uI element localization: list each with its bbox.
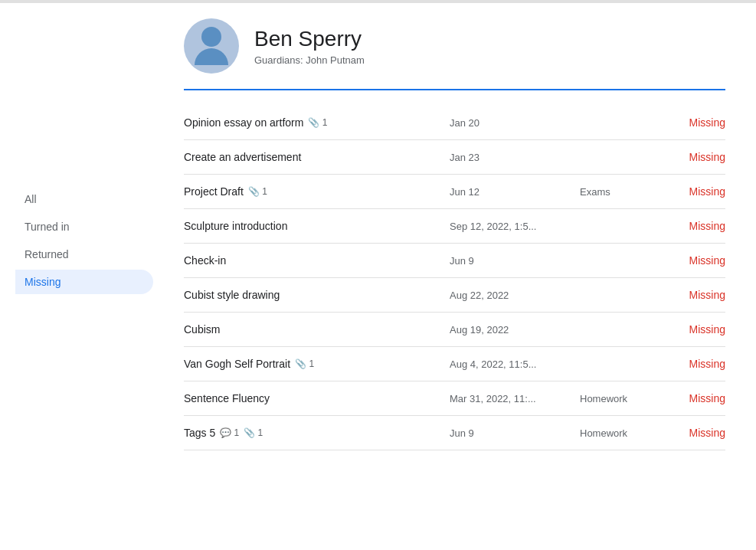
- main-layout: AllTurned inReturnedMissing Ben Sperry G…: [0, 3, 756, 450]
- attachment-icon: 📎 1: [308, 117, 327, 128]
- sidebar-item-turned-in[interactable]: Turned in: [15, 214, 153, 239]
- assignment-title: Tags 5💬 1📎 1: [184, 427, 442, 439]
- sidebar-item-returned[interactable]: Returned: [15, 242, 153, 267]
- assignment-status: Missing: [664, 289, 725, 301]
- comment-icon: 💬 1: [220, 427, 239, 438]
- profile-name: Ben Sperry: [254, 27, 365, 51]
- assignment-status: Missing: [664, 392, 725, 404]
- assignment-status: Missing: [664, 151, 725, 163]
- assignment-status: Missing: [664, 220, 725, 232]
- table-row[interactable]: Sculpture introductionSep 12, 2022, 1:5.…: [184, 209, 725, 244]
- table-row[interactable]: Cubist style drawingAug 22, 2022Missing: [184, 278, 725, 313]
- assignment-status: Missing: [664, 358, 725, 370]
- attachment-icon: 📎 1: [295, 358, 314, 369]
- assignments-table: Opinion essay on artform📎 1Jan 20Missing…: [184, 106, 725, 450]
- assignment-title: Opinion essay on artform📎 1: [184, 116, 442, 129]
- attachment-icon: 📎 1: [248, 186, 267, 197]
- assignment-date: Jan 23: [450, 152, 572, 163]
- sidebar-item-all[interactable]: All: [15, 187, 153, 211]
- assignment-status: Missing: [664, 185, 725, 198]
- table-row[interactable]: Sentence FluencyMar 31, 2022, 11:...Home…: [184, 381, 725, 416]
- avatar-body: [195, 48, 228, 65]
- assignment-date: Jun 9: [450, 255, 572, 267]
- table-row[interactable]: Project Draft📎 1Jun 12ExamsMissing: [184, 175, 725, 209]
- assignment-date: Aug 22, 2022: [450, 290, 572, 301]
- assignment-status: Missing: [664, 254, 725, 267]
- assignment-date: Aug 19, 2022: [450, 324, 572, 336]
- profile-guardian: Guardians: John Putnam: [254, 54, 365, 66]
- table-row[interactable]: Check-inJun 9Missing: [184, 244, 725, 278]
- table-row[interactable]: Tags 5💬 1📎 1Jun 9HomeworkMissing: [184, 416, 725, 450]
- table-row[interactable]: Van Gogh Self Portrait📎 1Aug 4, 2022, 11…: [184, 347, 725, 381]
- assignment-status: Missing: [664, 116, 725, 129]
- assignment-date: Jun 9: [450, 427, 572, 439]
- sidebar-item-missing[interactable]: Missing: [15, 270, 153, 294]
- profile-info: Ben Sperry Guardians: John Putnam: [254, 27, 365, 66]
- assignment-title: Sculpture introduction: [184, 220, 442, 232]
- avatar-icon: [195, 27, 228, 65]
- avatar-head: [201, 27, 221, 47]
- assignment-title: Van Gogh Self Portrait📎 1: [184, 358, 442, 370]
- assignment-status: Missing: [664, 427, 725, 439]
- table-row[interactable]: Opinion essay on artform📎 1Jan 20Missing: [184, 106, 725, 140]
- sidebar: AllTurned inReturnedMissing: [0, 18, 153, 450]
- assignment-date: Jan 20: [450, 117, 572, 129]
- assignment-category: Exams: [580, 186, 656, 198]
- table-row[interactable]: CubismAug 19, 2022Missing: [184, 313, 725, 347]
- assignment-title: Project Draft📎 1: [184, 185, 442, 198]
- assignment-title: Check-in: [184, 254, 442, 267]
- assignment-date: Jun 12: [450, 186, 572, 198]
- table-row[interactable]: Create an advertisementJan 23Missing: [184, 140, 725, 175]
- profile-section: Ben Sperry Guardians: John Putnam: [184, 18, 725, 90]
- assignment-date: Sep 12, 2022, 1:5...: [450, 221, 572, 232]
- content-area: Ben Sperry Guardians: John Putnam Opinio…: [153, 18, 756, 450]
- assignment-title: Create an advertisement: [184, 151, 442, 163]
- assignment-status: Missing: [664, 323, 725, 336]
- assignment-title: Cubist style drawing: [184, 289, 442, 301]
- assignment-date: Aug 4, 2022, 11:5...: [450, 358, 572, 370]
- attachment-icon: 📎 1: [244, 427, 263, 438]
- assignment-title: Cubism: [184, 323, 442, 336]
- avatar: [184, 18, 239, 74]
- assignment-category: Homework: [580, 393, 656, 404]
- assignment-title: Sentence Fluency: [184, 392, 442, 404]
- assignment-category: Homework: [580, 427, 656, 439]
- assignment-date: Mar 31, 2022, 11:...: [450, 393, 572, 404]
